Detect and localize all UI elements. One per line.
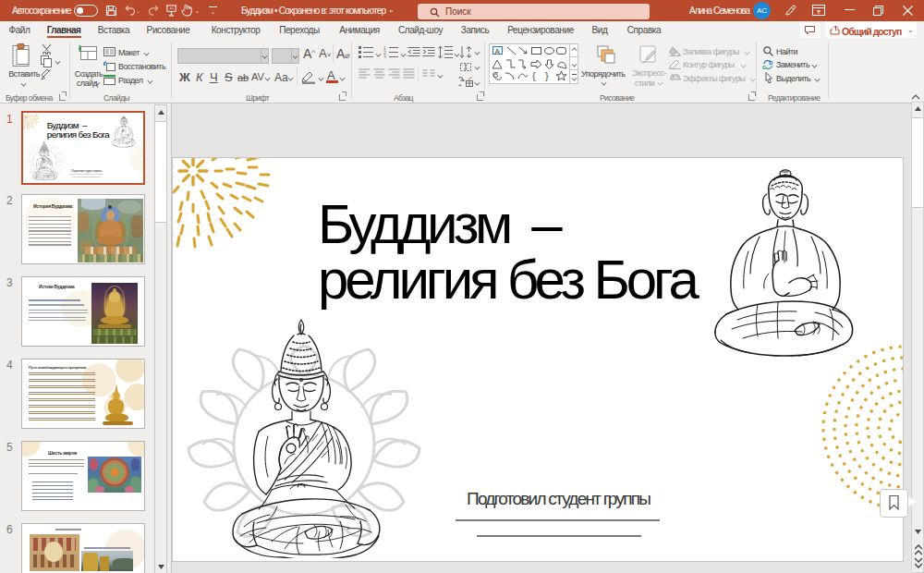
- svg-text:3: 3: [383, 55, 386, 59]
- svg-text:b: b: [769, 59, 772, 66]
- svg-text:c: c: [762, 64, 766, 70]
